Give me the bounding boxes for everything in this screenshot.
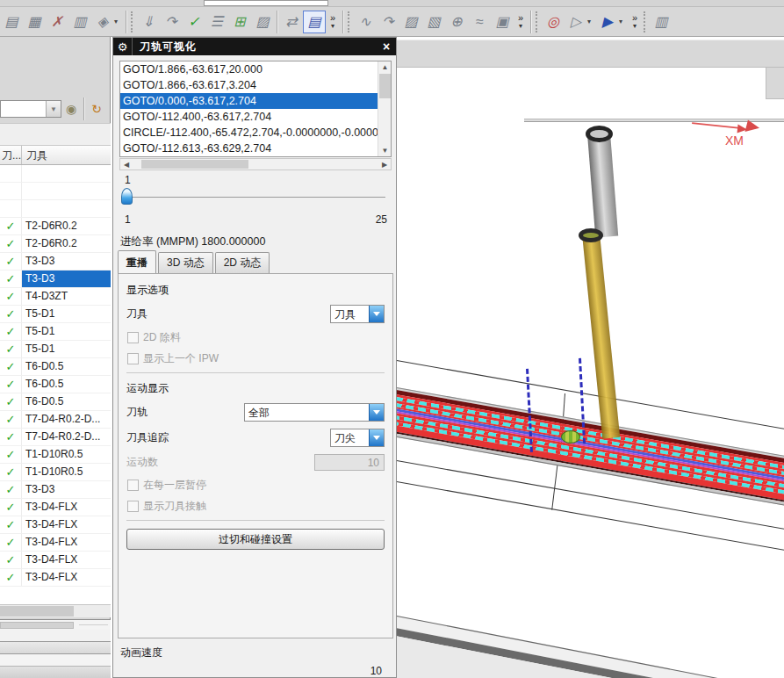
tool-row[interactable]: ✓ T5-D1 <box>0 341 111 358</box>
tool-row[interactable]: ✓ T5-D1 <box>0 323 111 341</box>
tool-row[interactable] <box>0 200 111 218</box>
toolbar-overflow-button[interactable]: »▾ <box>628 14 642 30</box>
find-object-icon[interactable]: ◉ <box>61 99 81 119</box>
delete-toolpath-icon[interactable]: ✗ <box>46 11 68 33</box>
toolbar-grip[interactable] <box>348 11 352 32</box>
motion-count-field[interactable]: 10 <box>314 454 385 471</box>
toolpath-info-icon[interactable]: ▥ <box>68 11 91 33</box>
scroll-right-icon[interactable]: ▶ <box>378 159 391 170</box>
verify-toolpath-icon[interactable]: ✓ <box>183 11 205 33</box>
hscrollbar-thumb[interactable] <box>141 160 248 169</box>
toolbar-grip[interactable] <box>536 11 540 32</box>
close-icon[interactable]: × <box>377 38 396 55</box>
hatch-bounds-icon[interactable]: ▧ <box>422 11 445 33</box>
point-icon[interactable]: ⊕ <box>445 11 468 33</box>
tool-axis-icon[interactable]: ◎ <box>542 11 565 33</box>
goto-line[interactable]: GOTO/1.866,-63.617,3.204 <box>120 77 378 93</box>
scroll-down-icon[interactable]: ▼ <box>378 145 392 156</box>
tool-row[interactable]: ✓ T3-D3 <box>0 481 111 499</box>
dialog-titlebar[interactable]: ⚙ 刀轨可视化 × <box>113 38 396 55</box>
column-header-check[interactable]: 刀... <box>0 146 22 164</box>
tool-orient-dropdown-arrow[interactable]: ▾ <box>587 18 596 25</box>
tool-row[interactable]: ✓ T7-D4-R0.2-D... <box>0 411 111 429</box>
filter-combobox-field[interactable] <box>1 101 46 117</box>
create-tool-dropdown-arrow[interactable]: ▾ <box>114 18 123 25</box>
chevron-down-icon[interactable] <box>369 404 384 421</box>
chevron-down-icon[interactable] <box>369 306 384 322</box>
tool-row[interactable]: ✓ T3-D4-FLX <box>0 569 111 587</box>
toolpath-display-combobox[interactable]: 全部 <box>244 403 385 422</box>
goto-line[interactable]: GOTO/0.000,-63.617,2.704 <box>120 93 378 109</box>
spline-icon[interactable]: ≈ <box>468 11 491 33</box>
paste-toolpath-icon[interactable]: ▤ <box>0 11 23 33</box>
checkbox-icon[interactable] <box>127 501 139 512</box>
motion-slider-thumb[interactable] <box>121 188 133 205</box>
navigator-splitter[interactable] <box>0 619 111 630</box>
shop-docs-icon[interactable]: ▤ <box>303 11 326 33</box>
gouge-collision-settings-button[interactable]: 过切和碰撞设置 <box>126 529 385 550</box>
tool-orient-icon[interactable]: ▷ <box>565 11 587 33</box>
tool-row[interactable]: ✓ T3-D3 <box>0 253 111 270</box>
filter-combobox-arrow[interactable]: ▼ <box>46 101 61 117</box>
goto-listbox[interactable]: GOTO/1.866,-63.617,20.000GOTO/1.866,-63.… <box>119 61 392 157</box>
goto-line[interactable]: CIRCLE/-112.400,-65.472,2.704,-0.0000000… <box>120 125 378 141</box>
curve-redirect-icon[interactable]: ↷ <box>377 11 399 33</box>
tool-row[interactable]: ✓ T3-D4-FLX <box>0 516 111 534</box>
tool-row[interactable]: ✓ T3-D3 <box>0 270 111 288</box>
tool-row[interactable]: ✓ T1-D10R0.5 <box>0 446 111 464</box>
goto-line[interactable]: GOTO/1.866,-63.617,20.000 <box>120 61 378 77</box>
tab-2d-dynamic[interactable]: 2D 动态 <box>215 252 270 274</box>
checkbox-2d-cut[interactable]: 2D 除料 <box>127 330 385 345</box>
tool-row[interactable]: ✓ T3-D4-FLX <box>0 499 111 516</box>
toolbar-grip[interactable] <box>644 11 648 32</box>
top-input-field[interactable] <box>204 0 328 6</box>
hatch-region-icon[interactable]: ▨ <box>399 11 422 33</box>
checkbox-icon[interactable] <box>127 332 139 343</box>
toolbar-overflow-button[interactable]: »▾ <box>514 14 528 30</box>
copy-toolpath-icon[interactable]: ▦ <box>23 11 46 33</box>
tool-row[interactable]: ✓ T6-D0.5 <box>0 358 111 376</box>
tool-row[interactable]: ✓ T6-D0.5 <box>0 376 111 393</box>
checkbox-icon[interactable] <box>127 353 139 364</box>
hscrollbar-thumb[interactable] <box>0 606 74 617</box>
checkbox-icon[interactable] <box>127 480 139 491</box>
filter-refresh-icon[interactable]: ↻ <box>87 99 106 119</box>
tool-row[interactable] <box>0 183 111 200</box>
goto-hscrollbar[interactable]: ◀ ▶ <box>119 158 392 170</box>
tool-display-combobox[interactable]: 刀具 <box>330 305 385 323</box>
edit-display-icon[interactable]: ∿ <box>354 11 377 33</box>
column-header-tool[interactable]: 刀具 <box>22 146 111 164</box>
navigator-filter-combobox[interactable]: ▼ <box>0 100 61 118</box>
tool-row[interactable]: ✓ T5-D1 <box>0 306 111 323</box>
toolbar-grip[interactable] <box>131 11 135 32</box>
tool-row[interactable]: ✓ T3-D4-FLX <box>0 534 111 552</box>
tool-row[interactable]: ✓ T2-D6R0.2 <box>0 218 111 235</box>
motion-slider-track[interactable] <box>122 197 385 198</box>
tab-replay[interactable]: 重播 <box>118 250 156 274</box>
checkbox-show-ipw[interactable]: 显示上一个 IPW <box>127 351 385 366</box>
create-tool-icon[interactable]: ◈ <box>91 11 114 33</box>
chevron-down-icon[interactable] <box>369 429 384 446</box>
scroll-up-icon[interactable]: ▲ <box>378 61 392 73</box>
generate-toolpath-icon[interactable]: ⇓ <box>137 11 160 33</box>
toolbar-overflow-button[interactable]: »▾ <box>326 14 340 30</box>
splitter-handle[interactable] <box>0 622 74 629</box>
list-toolpath-icon[interactable]: ☰ <box>205 11 228 33</box>
checkbox-tool-contact[interactable]: 显示刀具接触 <box>127 499 385 514</box>
postprocess-icon[interactable]: ⇄ <box>280 11 303 33</box>
tool-row[interactable]: ✓ T4-D3ZT <box>0 288 111 306</box>
edit-toolpath-icon[interactable]: ↷ <box>160 11 183 33</box>
goto-line[interactable]: GOTO/-112.400,-63.617,2.704 <box>120 109 378 125</box>
goto-vscrollbar[interactable]: ▲ ▼ <box>378 61 391 156</box>
goto-line[interactable]: GOTO/-112.613,-63.629,2.704 <box>120 141 378 156</box>
checkbox-pause-layer[interactable]: 在每一层暂停 <box>127 478 385 493</box>
tool-row[interactable] <box>0 165 111 183</box>
gear-icon[interactable]: ⚙ <box>113 38 133 55</box>
tool-row[interactable]: ✓ T3-D4-FLX <box>0 552 111 569</box>
tool-vector-icon[interactable]: ▶ <box>596 11 619 33</box>
simulate-machine-icon[interactable]: ⊞ <box>228 11 251 33</box>
pattern-icon[interactable]: ▣ <box>491 11 514 33</box>
wave-band-icon[interactable]: ▥ <box>650 11 673 33</box>
tool-row[interactable]: ✓ T1-D10R0.5 <box>0 464 111 481</box>
tool-tracking-combobox[interactable]: 刀尖 <box>330 429 385 447</box>
